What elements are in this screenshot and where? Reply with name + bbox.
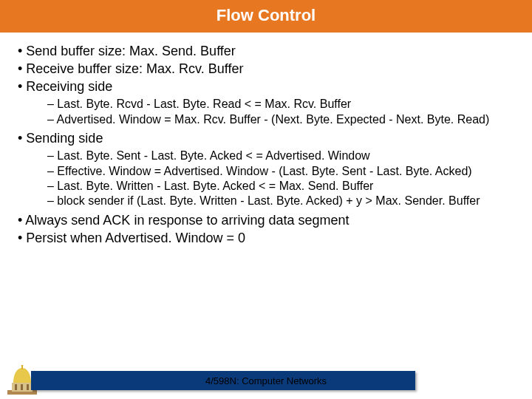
sub-bullet-advertised-window: Advertised. Window = Max. Rcv. Buffer - … (47, 112, 519, 127)
slide-body: Send buffer size: Max. Send. Buffer Rece… (0, 33, 532, 247)
sub-bullet-sent-acked: Last. Byte. Sent - Last. Byte. Acked < =… (47, 149, 519, 163)
slide-footer: 4/598N: Computer Networks (0, 365, 532, 393)
sub-bullet-written-acked: Last. Byte. Written - Last. Byte. Acked … (47, 179, 519, 194)
bullet-receiving-side: Receiving side (18, 78, 519, 95)
sub-bullet-rcvd-read: Last. Byte. Rcvd - Last. Byte. Read < = … (47, 97, 519, 112)
bullet-sending-side: Sending side (18, 130, 519, 147)
sub-bullet-block-sender: block sender if (Last. Byte. Written - L… (47, 194, 519, 208)
bullet-always-ack: Always send ACK in response to arriving … (18, 212, 519, 229)
bullet-receive-buffer: Receive buffer size: Max. Rcv. Buffer (18, 61, 519, 78)
sub-bullet-effective-window: Effective. Window = Advertised. Window -… (47, 164, 519, 179)
bullet-persist: Persist when Advertised. Window = 0 (18, 230, 519, 247)
footer-label: 4/598N: Computer Networks (0, 375, 532, 386)
svg-point-3 (21, 365, 24, 366)
bullet-send-buffer: Send buffer size: Max. Send. Buffer (18, 43, 519, 60)
slide-title: Flow Control (0, 0, 532, 33)
